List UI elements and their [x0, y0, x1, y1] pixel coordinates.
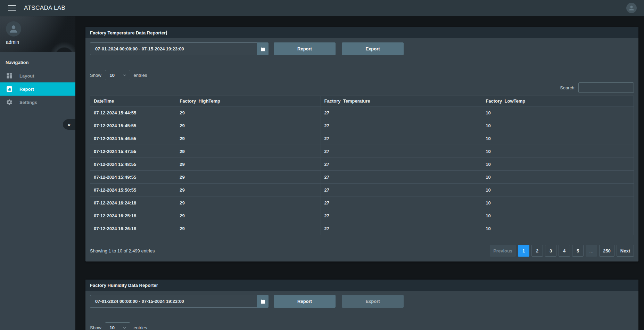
- temperature-report-panel: Factory Temperature Data Reporter 07-01-…: [85, 27, 638, 261]
- page-button-5[interactable]: 5: [572, 245, 584, 257]
- export-button[interactable]: Export: [342, 295, 404, 308]
- entries-label: entries: [134, 73, 147, 78]
- search-label: Search:: [560, 85, 576, 90]
- table-cell: 07-12-2024 15:46:55: [90, 132, 176, 145]
- table-cell: 10: [482, 209, 634, 222]
- table-cell: 29: [176, 145, 321, 158]
- user-icon: [628, 5, 635, 11]
- table-cell: 07-12-2024 15:50:55: [90, 184, 176, 196]
- sidebar-user-panel: admin: [0, 16, 75, 52]
- calendar-icon: [260, 299, 266, 304]
- table-cell: 10: [482, 145, 634, 158]
- sidebar-item-label: Settings: [19, 100, 37, 105]
- panel-title-bar: Factory Temperature Data Reporter: [85, 27, 638, 38]
- topbar-user-avatar[interactable]: [626, 3, 637, 13]
- table-cell: 27: [321, 132, 482, 145]
- pagination-ellipsis: …: [586, 245, 597, 257]
- show-label: Show: [90, 73, 101, 78]
- table-cell: 27: [321, 119, 482, 132]
- sidebar-nav: Layout Report Settings: [0, 69, 75, 109]
- page-button-1[interactable]: 1: [518, 245, 529, 257]
- panel-title-bar: Factory Humidity Data Reporter: [85, 280, 638, 291]
- column-header-factory_temperature[interactable]: Factory_Temperature: [321, 96, 482, 106]
- table-cell: 27: [321, 196, 482, 209]
- panel-title: Factory Temperature Data Reporter: [90, 30, 166, 35]
- table-row: 07-12-2024 15:46:55292710: [90, 132, 634, 145]
- table-cell: 29: [176, 209, 321, 222]
- table-cell: 07-12-2024 16:24:18: [90, 196, 176, 209]
- column-header-factory_lowtemp[interactable]: Factory_LowTemp: [482, 96, 634, 106]
- table-cell: 27: [321, 222, 482, 235]
- table-cell: 10: [482, 158, 634, 171]
- page-size-select[interactable]: 10: [105, 70, 130, 80]
- menu-icon: [8, 5, 16, 6]
- date-range-input[interactable]: 07-01-2024 00:00:00 - 07-15-2024 19:23:0…: [90, 42, 257, 55]
- table-row: 07-12-2024 15:44:55292710: [90, 106, 634, 119]
- table-cell: 27: [321, 145, 482, 158]
- date-range-input[interactable]: 07-01-2024 00:00:00 - 07-15-2024 19:23:0…: [90, 295, 257, 308]
- report-button[interactable]: Report: [274, 295, 336, 308]
- column-header-factory_hightemp[interactable]: Factory_HighTemp: [176, 96, 321, 106]
- panel-title: Factory Humidity Data Reporter: [90, 283, 158, 288]
- chevron-down-icon: [122, 73, 127, 78]
- page-button-250[interactable]: 250: [599, 245, 614, 257]
- report-button[interactable]: Report: [274, 42, 336, 55]
- report-icon: [6, 85, 13, 93]
- table-cell: 27: [321, 184, 482, 196]
- previous-page-button: Previous: [490, 245, 516, 257]
- table-row: 07-12-2024 16:26:18292710: [90, 222, 634, 235]
- sidebar-collapse-button[interactable]: «: [63, 119, 75, 130]
- user-icon: [8, 24, 19, 34]
- column-header-datetime[interactable]: DateTime: [90, 96, 176, 106]
- table-header-row: DateTimeFactory_HighTempFactory_Temperat…: [90, 96, 634, 106]
- table-row: 07-12-2024 15:49:55292710: [90, 171, 634, 184]
- table-cell: 29: [176, 158, 321, 171]
- table-row: 07-12-2024 16:25:18292710: [90, 209, 634, 222]
- humidity-report-panel: Factory Humidity Data Reporter 07-01-202…: [85, 280, 638, 330]
- calendar-button[interactable]: [257, 295, 269, 308]
- table-cell: 07-12-2024 15:49:55: [90, 171, 176, 184]
- table-cell: 29: [176, 132, 321, 145]
- sidebar-item-settings[interactable]: Settings: [0, 96, 75, 109]
- app-title: ATSCADA LAB: [24, 5, 65, 11]
- calendar-button[interactable]: [257, 42, 269, 55]
- table-row: 07-12-2024 16:24:18292710: [90, 196, 634, 209]
- page-button-4[interactable]: 4: [559, 245, 570, 257]
- table-cell: 07-12-2024 16:25:18: [90, 209, 176, 222]
- table-cell: 07-12-2024 15:45:55: [90, 119, 176, 132]
- table-cell: 10: [482, 106, 634, 119]
- text-cursor: [166, 31, 167, 35]
- sidebar: admin Navigation Layout Report: [0, 16, 75, 330]
- table-cell: 29: [176, 119, 321, 132]
- table-cell: 27: [321, 209, 482, 222]
- page-button-3[interactable]: 3: [545, 245, 556, 257]
- show-label: Show: [90, 325, 101, 330]
- nav-section-label: Navigation: [0, 52, 75, 69]
- sidebar-item-layout[interactable]: Layout: [0, 69, 75, 82]
- page-size-select[interactable]: 10: [105, 322, 130, 330]
- entries-label: entries: [134, 325, 147, 330]
- pagination: Previous12345…250Next: [490, 245, 634, 257]
- table-cell: 29: [176, 184, 321, 196]
- table-cell: 10: [482, 171, 634, 184]
- table-cell: 10: [482, 132, 634, 145]
- export-button[interactable]: Export: [342, 42, 404, 55]
- chevron-down-icon: [122, 325, 127, 330]
- sidebar-item-report[interactable]: Report: [0, 82, 75, 96]
- table-row: 07-12-2024 15:50:55292710: [90, 184, 634, 196]
- menu-button[interactable]: [8, 5, 16, 11]
- sidebar-item-label: Report: [19, 87, 34, 92]
- username: admin: [6, 39, 75, 45]
- search-input[interactable]: [578, 82, 634, 93]
- next-page-button[interactable]: Next: [617, 245, 634, 257]
- page-size-value: 10: [110, 73, 115, 78]
- page-button-2[interactable]: 2: [531, 245, 543, 257]
- table-cell: 10: [482, 222, 634, 235]
- table-cell: 10: [482, 196, 634, 209]
- table-cell: 27: [321, 106, 482, 119]
- table-cell: 29: [176, 222, 321, 235]
- sidebar-avatar: [6, 21, 21, 37]
- table-cell: 07-12-2024 15:47:55: [90, 145, 176, 158]
- entries-summary: Showing 1 to 10 of 2,499 entries: [90, 248, 155, 253]
- topbar: ATSCADA LAB: [0, 0, 644, 16]
